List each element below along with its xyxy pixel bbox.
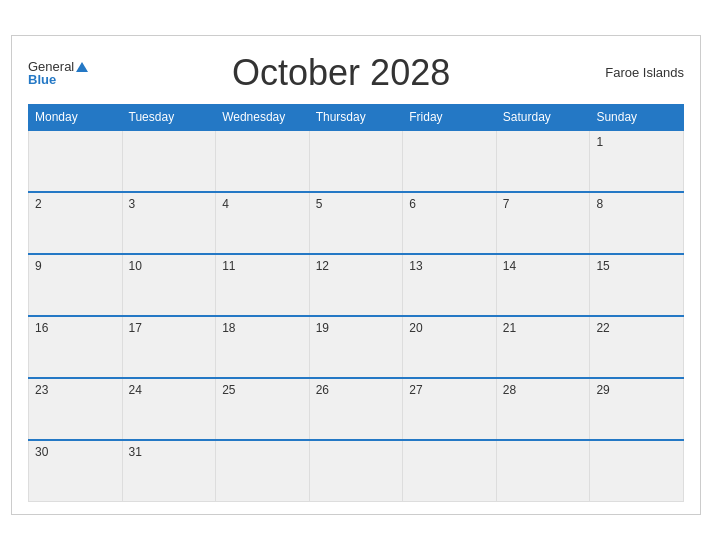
col-friday: Friday (403, 104, 497, 130)
day-number: 16 (35, 321, 48, 335)
calendar-day-cell: 22 (590, 316, 684, 378)
calendar-week-row: 1 (29, 130, 684, 192)
calendar-day-cell: 5 (309, 192, 403, 254)
calendar-day-cell: 9 (29, 254, 123, 316)
day-number: 3 (129, 197, 136, 211)
day-number: 26 (316, 383, 329, 397)
calendar-title: October 2028 (88, 52, 594, 94)
day-number: 20 (409, 321, 422, 335)
day-number: 4 (222, 197, 229, 211)
calendar-day-cell (496, 440, 590, 502)
calendar-day-cell (122, 130, 216, 192)
calendar-day-cell: 20 (403, 316, 497, 378)
day-number: 13 (409, 259, 422, 273)
calendar-day-cell: 15 (590, 254, 684, 316)
calendar-day-cell: 10 (122, 254, 216, 316)
calendar-day-cell: 17 (122, 316, 216, 378)
day-number: 27 (409, 383, 422, 397)
calendar-day-cell: 4 (216, 192, 310, 254)
day-number: 8 (596, 197, 603, 211)
calendar-day-cell: 21 (496, 316, 590, 378)
calendar-region: Faroe Islands (594, 65, 684, 80)
day-number: 7 (503, 197, 510, 211)
day-number: 19 (316, 321, 329, 335)
calendar-day-cell: 18 (216, 316, 310, 378)
day-number: 15 (596, 259, 609, 273)
calendar-day-cell: 23 (29, 378, 123, 440)
day-number: 1 (596, 135, 603, 149)
col-tuesday: Tuesday (122, 104, 216, 130)
calendar-day-cell: 24 (122, 378, 216, 440)
calendar-day-cell: 26 (309, 378, 403, 440)
day-number: 6 (409, 197, 416, 211)
day-number: 21 (503, 321, 516, 335)
calendar-day-cell (309, 440, 403, 502)
calendar-day-cell (496, 130, 590, 192)
calendar-day-cell (403, 440, 497, 502)
day-number: 14 (503, 259, 516, 273)
calendar-day-cell (309, 130, 403, 192)
calendar-week-row: 3031 (29, 440, 684, 502)
calendar-day-cell (216, 130, 310, 192)
logo-blue-text: Blue (28, 73, 56, 86)
day-number: 29 (596, 383, 609, 397)
calendar-day-cell (216, 440, 310, 502)
logo-general-text: General (28, 60, 88, 73)
calendar-day-cell: 29 (590, 378, 684, 440)
day-number: 9 (35, 259, 42, 273)
calendar-day-cell: 14 (496, 254, 590, 316)
col-sunday: Sunday (590, 104, 684, 130)
day-number: 10 (129, 259, 142, 273)
days-header-row: Monday Tuesday Wednesday Thursday Friday… (29, 104, 684, 130)
calendar-container: General Blue October 2028 Faroe Islands … (11, 35, 701, 516)
col-saturday: Saturday (496, 104, 590, 130)
calendar-day-cell: 2 (29, 192, 123, 254)
day-number: 24 (129, 383, 142, 397)
day-number: 12 (316, 259, 329, 273)
day-number: 31 (129, 445, 142, 459)
calendar-day-cell: 1 (590, 130, 684, 192)
day-number: 25 (222, 383, 235, 397)
calendar-header: General Blue October 2028 Faroe Islands (28, 52, 684, 94)
day-number: 22 (596, 321, 609, 335)
day-number: 5 (316, 197, 323, 211)
calendar-day-cell: 3 (122, 192, 216, 254)
calendar-week-row: 2345678 (29, 192, 684, 254)
day-number: 23 (35, 383, 48, 397)
calendar-week-row: 23242526272829 (29, 378, 684, 440)
calendar-day-cell: 31 (122, 440, 216, 502)
calendar-day-cell: 7 (496, 192, 590, 254)
calendar-week-row: 9101112131415 (29, 254, 684, 316)
day-number: 28 (503, 383, 516, 397)
calendar-day-cell: 8 (590, 192, 684, 254)
col-thursday: Thursday (309, 104, 403, 130)
calendar-day-cell: 25 (216, 378, 310, 440)
calendar-week-row: 16171819202122 (29, 316, 684, 378)
logo-triangle-icon (76, 62, 88, 72)
calendar-day-cell (590, 440, 684, 502)
day-number: 18 (222, 321, 235, 335)
logo: General Blue (28, 60, 88, 86)
calendar-day-cell: 30 (29, 440, 123, 502)
col-wednesday: Wednesday (216, 104, 310, 130)
calendar-body: 1234567891011121314151617181920212223242… (29, 130, 684, 502)
day-number: 2 (35, 197, 42, 211)
col-monday: Monday (29, 104, 123, 130)
calendar-day-cell: 12 (309, 254, 403, 316)
calendar-day-cell: 13 (403, 254, 497, 316)
calendar-day-cell (403, 130, 497, 192)
day-number: 17 (129, 321, 142, 335)
day-number: 30 (35, 445, 48, 459)
calendar-thead: Monday Tuesday Wednesday Thursday Friday… (29, 104, 684, 130)
day-number: 11 (222, 259, 235, 273)
calendar-day-cell: 11 (216, 254, 310, 316)
calendar-day-cell: 27 (403, 378, 497, 440)
calendar-day-cell: 19 (309, 316, 403, 378)
calendar-table: Monday Tuesday Wednesday Thursday Friday… (28, 104, 684, 503)
calendar-day-cell: 28 (496, 378, 590, 440)
calendar-day-cell (29, 130, 123, 192)
calendar-day-cell: 16 (29, 316, 123, 378)
calendar-day-cell: 6 (403, 192, 497, 254)
